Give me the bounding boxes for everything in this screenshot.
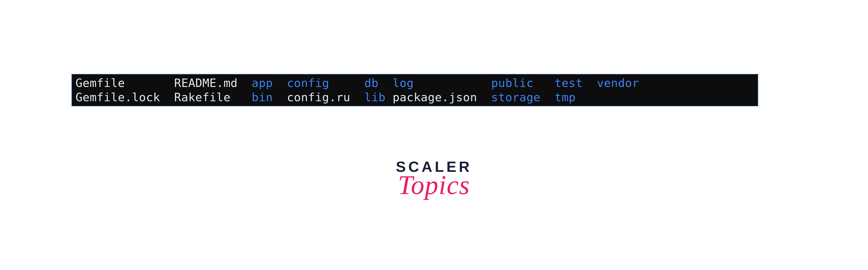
- file-entry: Gemfile: [75, 76, 174, 90]
- directory-entry: lib: [364, 90, 393, 105]
- file-entry: README.md: [174, 76, 252, 90]
- terminal-row: Gemfile.lock Rakefile bin config.ru lib …: [75, 90, 754, 105]
- terminal-content: Gemfile README.md app config db log publ…: [75, 76, 754, 105]
- brand-logo: SCALER Topics: [396, 158, 472, 200]
- file-entry: package.json: [393, 90, 491, 105]
- directory-entry: app: [252, 76, 287, 90]
- directory-entry: db: [364, 76, 393, 90]
- directory-entry: tmp: [555, 90, 597, 105]
- file-entry: Gemfile.lock: [75, 90, 174, 105]
- directory-entry: bin: [252, 90, 287, 105]
- directory-entry: config: [287, 76, 365, 90]
- directory-entry: storage: [491, 90, 555, 105]
- directory-entry: log: [393, 76, 491, 90]
- file-entry: config.ru: [287, 90, 365, 105]
- directory-entry: vendor: [597, 76, 639, 90]
- directory-entry: test: [555, 76, 597, 90]
- logo-text-topics: Topics: [396, 170, 472, 200]
- terminal-window: Gemfile README.md app config db log publ…: [71, 74, 758, 106]
- file-entry: Rakefile: [174, 90, 252, 105]
- directory-entry: public: [491, 76, 555, 90]
- terminal-row: Gemfile README.md app config db log publ…: [75, 76, 754, 90]
